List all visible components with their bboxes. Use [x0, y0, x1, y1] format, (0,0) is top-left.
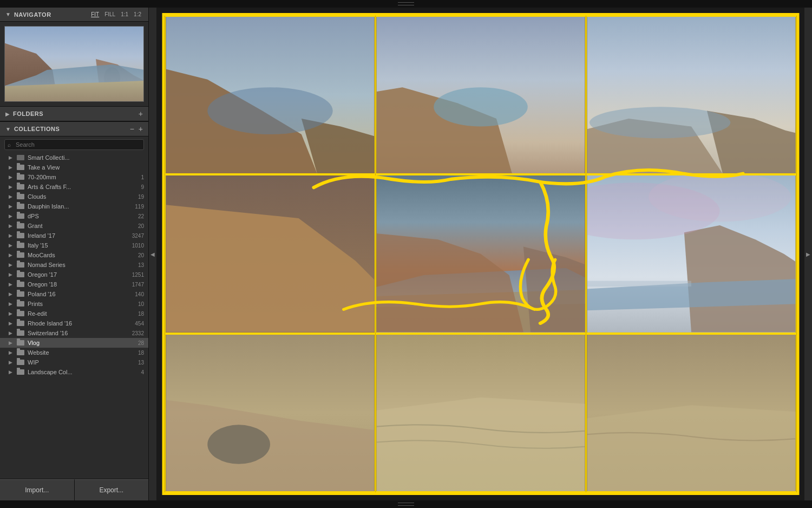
collection-item[interactable]: ▶Smart Collecti...: [0, 153, 148, 162]
collection-item-name: Rhode Island '16: [28, 320, 133, 327]
collections-minus-btn[interactable]: −: [130, 125, 134, 133]
search-wrapper: ⌕: [4, 139, 144, 150]
collection-item[interactable]: ▶Vlog28: [0, 338, 148, 348]
left-panel: ▼ Navigator FIT FILL 1:1 1:2: [0, 8, 149, 500]
collection-item[interactable]: ▶Nomad Series13: [0, 260, 148, 270]
collection-item-count: 1251: [132, 272, 144, 278]
collection-item-icon: [16, 223, 25, 229]
collection-item[interactable]: ▶Dauphin Islan...119: [0, 201, 148, 211]
collection-item[interactable]: ▶Prints10: [0, 299, 148, 309]
collection-item[interactable]: ▶Oregon '181747: [0, 279, 148, 289]
collection-item-name: Re-edit: [28, 310, 136, 317]
folders-collapse-arrow: ▶: [5, 111, 10, 117]
navigator-title: Navigator: [14, 11, 89, 18]
left-panel-collapse[interactable]: ◀: [149, 8, 156, 500]
collection-item[interactable]: ▶WIP13: [0, 357, 148, 367]
collection-item[interactable]: ▶Poland '16140: [0, 289, 148, 299]
collection-item-count: 19: [138, 194, 144, 200]
collection-item-icon: [16, 252, 25, 258]
folders-actions: +: [139, 110, 143, 118]
svg-point-9: [207, 87, 332, 134]
collection-item-arrow: ▶: [9, 155, 14, 160]
collection-item[interactable]: ▶dPS22: [0, 211, 148, 221]
zoom-fit-btn[interactable]: FIT: [89, 11, 101, 18]
collection-item[interactable]: ▶Re-edit18: [0, 309, 148, 318]
import-button[interactable]: Import...: [0, 479, 75, 500]
collection-item-icon: [16, 193, 25, 200]
collection-item-name: Ireland '17: [28, 232, 130, 239]
export-button[interactable]: Export...: [75, 479, 149, 500]
collection-item-count: 13: [138, 262, 144, 268]
collection-item-arrow: ▶: [9, 321, 14, 326]
collection-item-icon: [16, 291, 25, 297]
collection-item-count: 2332: [132, 330, 144, 336]
collection-item-count: 1: [141, 174, 144, 180]
grid-cell-1-2[interactable]: [375, 16, 586, 174]
collection-item-icon: [16, 174, 25, 180]
collection-item[interactable]: ▶Take a View: [0, 162, 148, 172]
folders-header[interactable]: ▶ Folders +: [0, 106, 148, 121]
collection-item-arrow: ▶: [9, 184, 14, 190]
collection-item[interactable]: ▶Clouds19: [0, 192, 148, 201]
collection-item[interactable]: ▶Oregon '171251: [0, 270, 148, 279]
zoom-fill-btn[interactable]: FILL: [103, 11, 117, 18]
collection-item-arrow: ▶: [9, 360, 14, 365]
collection-item-arrow: ▶: [9, 194, 14, 199]
collection-item[interactable]: ▶70-200mm1: [0, 172, 148, 182]
navigator-header[interactable]: ▼ Navigator FIT FILL 1:1 1:2: [0, 8, 148, 22]
zoom-1-1-btn[interactable]: 1:1: [119, 11, 130, 18]
photo-scene-1-2: [376, 17, 585, 173]
collection-item-name: MooCards: [28, 252, 136, 258]
zoom-1-2-btn[interactable]: 1:2: [132, 11, 143, 18]
svg-marker-37: [587, 405, 795, 491]
grid-cell-1-3[interactable]: [586, 16, 796, 174]
collections-add-btn[interactable]: +: [139, 125, 143, 133]
grid-cell-3-1[interactable]: [165, 334, 375, 492]
collection-item[interactable]: ▶Ireland '173247: [0, 231, 148, 240]
collection-item[interactable]: ▶MooCards20: [0, 250, 148, 260]
collections-header[interactable]: ▼ Collections − +: [0, 121, 148, 136]
collection-item-arrow: ▶: [9, 174, 14, 180]
photo-scene-3-2: [376, 335, 585, 491]
grid-cell-1-1[interactable]: [165, 16, 375, 174]
photo-scene-1-1: [166, 17, 374, 173]
folders-add-btn[interactable]: +: [139, 110, 143, 118]
collection-item[interactable]: ▶Arts & Crafts F...9: [0, 182, 148, 192]
grid-cell-3-2[interactable]: [375, 334, 586, 492]
collection-item-name: Grant: [28, 223, 136, 229]
collection-item-name: Switzerland '16: [28, 330, 130, 336]
collection-item[interactable]: ▶Italy '151010: [0, 240, 148, 250]
collection-item-count: 140: [135, 291, 144, 297]
collection-item[interactable]: ▶Switzerland '162332: [0, 328, 148, 338]
collection-item-count: 9: [141, 184, 144, 190]
grid-cell-2-3[interactable]: [586, 174, 796, 333]
collection-item-count: 4: [141, 369, 144, 375]
collections-search-input[interactable]: [4, 139, 144, 150]
right-panel-collapse[interactable]: ▶: [804, 8, 812, 500]
collection-item-name: Website: [28, 349, 136, 356]
collection-item-arrow: ▶: [9, 233, 14, 238]
collection-item-name: Smart Collecti...: [28, 154, 142, 161]
search-icon: ⌕: [8, 142, 11, 148]
collections-title: Collections: [14, 126, 130, 132]
collection-item-arrow: ▶: [9, 262, 14, 268]
collection-item-arrow: ▶: [9, 330, 14, 336]
collection-item-icon: [16, 203, 25, 210]
collection-item-arrow: ▶: [9, 369, 14, 375]
grid-cell-2-1[interactable]: [165, 174, 375, 333]
collection-item-arrow: ▶: [9, 291, 14, 297]
grid-cell-3-3[interactable]: [586, 334, 796, 492]
right-edge-arrow: ▶: [806, 251, 810, 257]
svg-point-16: [589, 107, 730, 138]
navigator-thumbnail[interactable]: [4, 26, 144, 102]
grid-cell-2-2[interactable]: [375, 174, 586, 333]
collection-item-arrow: ▶: [9, 340, 14, 346]
collection-item[interactable]: ▶Rhode Island '16454: [0, 318, 148, 328]
collection-item[interactable]: ▶Landscape Col...4: [0, 367, 148, 377]
collection-item-count: 18: [138, 311, 144, 317]
collection-item-icon: [16, 232, 25, 239]
collection-item[interactable]: ▶Grant20: [0, 221, 148, 231]
collection-item[interactable]: ▶Website18: [0, 348, 148, 357]
collection-item-name: Landscape Col...: [28, 369, 139, 375]
svg-rect-28: [587, 281, 691, 287]
